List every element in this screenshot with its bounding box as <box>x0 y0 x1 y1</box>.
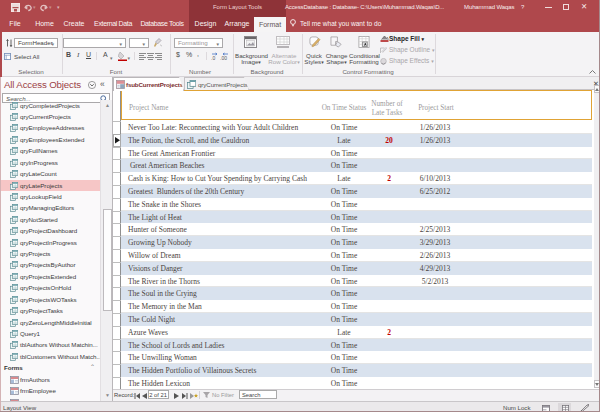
svg-text:.0: .0 <box>211 55 215 61</box>
svg-text:.00: .00 <box>220 55 227 61</box>
